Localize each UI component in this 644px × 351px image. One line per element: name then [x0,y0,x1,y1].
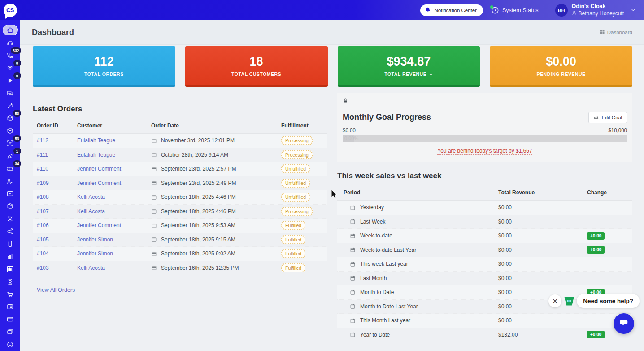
sidebar-item-home[interactable] [2,24,18,36]
stat-card-pending-revenue[interactable]: $0.00 PENDING REVENUE [490,46,632,87]
sidebar-badge: 53 [13,135,21,142]
order-date: September 18th, 2025 4:46 PM [161,194,236,200]
sidebar-item-chat[interactable] [2,87,18,99]
stat-card-total-customers[interactable]: 18 TOTAL CUSTOMERS [185,46,328,87]
chat-widget: ✕ 00 Need some help? [548,294,640,334]
customer-link[interactable]: Kelli Acosta [77,208,105,215]
calendar-icon [151,223,157,228]
calendar-icon [350,303,356,309]
stat-card-total-revenue[interactable]: $934.87 TOTAL REVENUE [338,46,480,87]
clock-icon [491,6,499,14]
order-id-link[interactable]: #106 [37,222,49,228]
order-id-link[interactable]: #111 [37,152,48,158]
order-row: #107 Kelli Acosta September 18th, 2025 4… [33,205,327,219]
order-row: #110 Jennifer Comment September 23rd, 20… [33,162,327,176]
status-ok-dot [490,5,493,9]
sidebar-item-mobile[interactable] [2,237,18,250]
app-logo[interactable]: CS [0,0,20,20]
chart-icon [593,114,599,120]
customer-link[interactable]: Jennifer Simon [77,250,113,257]
week-table-header: PeriodTotal RevenueChange [337,187,632,201]
fulfillment-badge: Fulfilled [281,263,305,272]
sidebar-item-contacts[interactable] [2,175,18,187]
customer-link[interactable]: Kelli Acosta [77,194,105,200]
sidebar-item-package[interactable]: 53 [2,112,18,124]
mobile-icon [6,240,14,248]
sidebar-item-settings[interactable] [2,212,18,225]
contacts-icon [6,177,14,185]
monthly-goal-card: Monthly Goal Progress Edit Goal $0.00 $1… [337,93,632,162]
order-id-link[interactable]: #105 [37,237,49,243]
topbar-divider [547,4,547,16]
view-all-orders-link[interactable]: View All Orders [37,287,75,293]
sidebar-item-hourglass[interactable] [2,275,18,288]
order-row: #103 Kelli Acosta September 16th, 2025 1… [33,261,327,276]
sidebar-item-kanban[interactable] [2,300,18,313]
customer-link[interactable]: Eulaliah Teague [77,137,115,144]
calendar-icon [151,152,157,158]
sidebar-item-play[interactable]: 0 [2,74,18,87]
chat-close-button[interactable]: ✕ [548,294,561,307]
order-id-link[interactable]: #109 [37,180,49,186]
column-header: Order ID [37,123,77,129]
stat-card-total-orders[interactable]: 112 TOTAL ORDERS [33,46,175,87]
customer-link[interactable]: Jennifer Simon [77,237,113,243]
notification-center-button[interactable]: Notification Center [420,4,483,16]
stat-label: TOTAL ORDERS [84,71,124,77]
calendar-icon [151,194,157,200]
sidebar-item-package-box[interactable] [2,200,18,212]
order-id-link[interactable]: #107 [37,208,49,215]
latest-orders-title: Latest Orders [33,105,327,114]
calendar-icon [350,332,356,338]
order-id-link[interactable]: #103 [37,265,49,271]
period-label: Year to Date [360,332,390,338]
sidebar-item-credit-card[interactable] [2,313,18,325]
period-label: This Month Last year [360,317,410,324]
order-id-link[interactable]: #104 [37,250,49,257]
sidebar-item-analytics[interactable] [2,263,18,275]
order-date: September 18th, 2025 9:53 AM [161,222,235,228]
sidebar-item-sticker-face[interactable] [2,338,18,351]
order-id-link[interactable]: #112 [37,137,48,144]
sidebar-item-video-player[interactable] [2,187,18,200]
sidebar-item-share[interactable] [2,225,18,237]
order-date: September 18th, 2025 9:15 AM [161,237,235,243]
sidebar-item-cart[interactable] [2,288,18,300]
order-id-link[interactable]: #110 [37,166,48,172]
breadcrumb[interactable]: Dashboard [600,29,632,35]
fulfillment-badge: Processing [281,207,313,216]
credit-card-icon [6,316,14,323]
period-label: Week-to-date [360,233,392,239]
chat-bubble-button[interactable] [614,313,634,334]
sidebar-badge: 0 [13,72,21,79]
notification-center-label: Notification Center [434,8,477,13]
goal-progress-percent: 0.00% [344,136,358,141]
order-date: September 16th, 2025 12:35 PM [161,265,239,271]
period-label: Month to Date Last Year [360,303,418,310]
order-date: November 3rd, 2025 12:01 PM [161,137,235,144]
package-box-icon [6,202,14,210]
share-icon [6,228,14,235]
sidebar-item-bar-chart[interactable] [2,250,18,263]
stat-cards-row: 112 TOTAL ORDERS18 TOTAL CUSTOMERS$934.8… [33,46,632,87]
lock-icon [343,97,627,105]
sidebar-item-wallet[interactable] [2,325,18,338]
user-name: Bethany Honeycutt [579,10,624,17]
customer-link[interactable]: Jennifer Comment [77,180,121,186]
customer-link[interactable]: Jennifer Comment [77,222,121,228]
order-id-link[interactable]: #108 [37,194,49,200]
fulfillment-badge: Processing [281,136,313,145]
cs-logo-icon: CS [4,4,17,17]
edit-goal-button[interactable]: Edit Goal [588,112,627,123]
system-status-button[interactable]: System Status [491,6,539,14]
account-menu[interactable]: BH Odin's Cloak Bethany Honeycutt [555,3,636,17]
sidebar-item-ticket[interactable]: 34 [2,162,18,175]
customer-link[interactable]: Eulaliah Teague [77,152,115,158]
speech-bubble-icon [619,318,629,329]
order-date: September 18th, 2025 4:46 PM [161,208,236,215]
customer-link[interactable]: Jennifer Comment [77,166,121,172]
week-row: Week-to-date $0.00 +0.00 [337,229,632,243]
customer-link[interactable]: Kelli Acosta [77,265,105,271]
fulfillment-badge: Unfulfilled [281,193,310,202]
settings-icon [6,215,14,223]
